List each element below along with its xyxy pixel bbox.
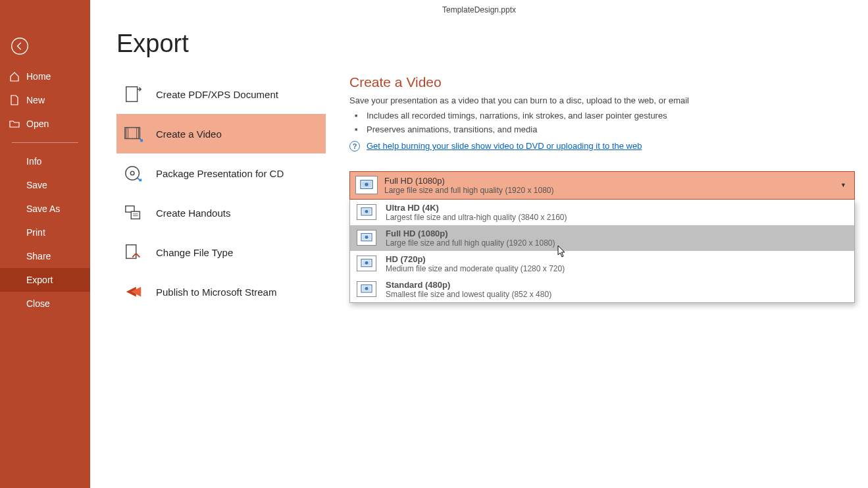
option-package-cd[interactable]: Package Presentation for CD <box>116 153 326 193</box>
resolution-option-sub: Large file size and full high quality (1… <box>386 238 555 248</box>
svg-point-5 <box>126 167 140 180</box>
cd-icon <box>123 163 144 184</box>
resolution-selected-title: Full HD (1080p) <box>384 176 838 186</box>
page-title: Export <box>90 20 868 74</box>
monitor-icon <box>357 204 376 220</box>
video-help-link[interactable]: Get help burning your slide show video t… <box>367 141 642 151</box>
svg-rect-11 <box>126 245 136 259</box>
resolution-option-sub: Medium file size and moderate quality (1… <box>386 264 565 273</box>
option-change-filetype[interactable]: Change File Type <box>116 232 326 272</box>
home-icon <box>9 71 20 82</box>
monitor-icon <box>355 176 378 194</box>
option-publish-stream[interactable]: Publish to Microsoft Stream <box>116 272 326 312</box>
handouts-icon <box>123 202 144 223</box>
svg-point-17 <box>365 210 369 213</box>
monitor-icon <box>357 281 376 297</box>
new-file-icon <box>9 95 20 105</box>
monitor-icon <box>357 256 376 271</box>
resolution-option-title: Ultra HD (4K) <box>386 203 567 213</box>
main-pane: TemplateDesign.pptx Export Create PDF/XP… <box>90 0 868 488</box>
stream-icon <box>123 281 144 302</box>
video-heading: Create a Video <box>349 74 855 90</box>
nav-print-label: Print <box>26 227 45 238</box>
video-bullet-list: Includes all recorded timings, narration… <box>349 109 855 137</box>
nav-new[interactable]: New <box>0 88 90 112</box>
svg-rect-3 <box>126 128 128 139</box>
window-title: TemplateDesign.pptx <box>90 0 868 20</box>
help-icon: ? <box>349 141 360 151</box>
video-description: Save your presentation as a video that y… <box>349 95 855 105</box>
nav-save-label: Save <box>26 180 47 190</box>
svg-rect-4 <box>137 128 139 139</box>
resolution-option-title: HD (720p) <box>386 254 565 264</box>
nav-save-as-label: Save As <box>26 203 60 214</box>
resolution-option[interactable]: Standard (480p)Smallest file size and lo… <box>350 277 854 302</box>
video-bullet-2: Preserves animations, transitions, and m… <box>355 123 855 137</box>
resolution-option-sub: Smallest file size and lowest quality (8… <box>386 290 551 299</box>
video-bullet-1: Includes all recorded timings, narration… <box>355 109 855 123</box>
filename-label: TemplateDesign.pptx <box>442 5 516 14</box>
nav-new-label: New <box>26 95 45 105</box>
option-create-video[interactable]: Create a Video <box>116 114 326 153</box>
export-options-list: Create PDF/XPS Document Create a Video P… <box>90 74 326 488</box>
svg-rect-2 <box>125 128 140 139</box>
nav-close[interactable]: Close <box>0 292 90 315</box>
nav-close-label: Close <box>26 298 50 309</box>
nav-divider <box>12 142 78 143</box>
option-publish-stream-label: Publish to Microsoft Stream <box>156 286 276 298</box>
nav-export[interactable]: Export <box>0 268 90 292</box>
resolution-combobox[interactable]: Full HD (1080p) Large file size and full… <box>349 171 855 200</box>
option-change-filetype-label: Change File Type <box>156 247 233 258</box>
svg-point-26 <box>365 287 369 290</box>
option-create-pdf[interactable]: Create PDF/XPS Document <box>116 74 326 114</box>
pdf-icon <box>123 84 144 105</box>
nav-open[interactable]: Open <box>0 112 90 136</box>
resolution-option-title: Standard (480p) <box>386 280 551 290</box>
nav-export-label: Export <box>26 275 53 285</box>
svg-rect-8 <box>131 211 140 219</box>
open-folder-icon <box>9 119 20 129</box>
backstage-sidebar: Home New Open Info Save Save As Print Sh… <box>0 0 90 488</box>
svg-point-0 <box>12 38 28 55</box>
export-detail-pane: Create a Video Save your presentation as… <box>326 74 868 488</box>
svg-point-23 <box>365 261 369 265</box>
nav-share-label: Share <box>26 251 51 261</box>
nav-save[interactable]: Save <box>0 173 90 197</box>
option-create-handouts-label: Create Handouts <box>156 207 230 219</box>
nav-print[interactable]: Print <box>0 221 90 244</box>
resolution-option-title: Full HD (1080p) <box>386 229 555 238</box>
chevron-down-icon: ▼ <box>838 182 849 188</box>
resolution-dropdown: Ultra HD (4K)Largest file size and ultra… <box>349 200 855 303</box>
back-button[interactable] <box>7 33 33 59</box>
option-create-pdf-label: Create PDF/XPS Document <box>156 89 278 100</box>
back-arrow-icon <box>11 37 29 55</box>
nav-save-as[interactable]: Save As <box>0 197 90 221</box>
resolution-option[interactable]: HD (720p)Medium file size and moderate q… <box>350 251 854 277</box>
resolution-selected-sub: Large file size and full high quality (1… <box>384 186 838 195</box>
option-create-handouts[interactable]: Create Handouts <box>116 193 326 232</box>
resolution-option[interactable]: Ultra HD (4K)Largest file size and ultra… <box>350 200 854 225</box>
option-create-video-label: Create a Video <box>156 128 222 140</box>
svg-rect-1 <box>126 87 138 102</box>
video-icon <box>123 123 144 144</box>
nav-share[interactable]: Share <box>0 244 90 268</box>
filetype-icon <box>123 242 144 263</box>
svg-point-6 <box>130 171 134 175</box>
svg-point-20 <box>365 236 369 239</box>
nav-open-label: Open <box>26 119 49 129</box>
nav-info[interactable]: Info <box>0 149 90 173</box>
nav-home-label: Home <box>26 71 51 82</box>
resolution-option[interactable]: Full HD (1080p)Large file size and full … <box>350 225 854 251</box>
resolution-option-sub: Largest file size and ultra-high quality… <box>386 213 567 222</box>
monitor-icon <box>357 230 376 246</box>
option-package-cd-label: Package Presentation for CD <box>156 168 284 179</box>
nav-info-label: Info <box>26 156 41 167</box>
svg-point-14 <box>365 182 368 186</box>
nav-home[interactable]: Home <box>0 65 90 88</box>
